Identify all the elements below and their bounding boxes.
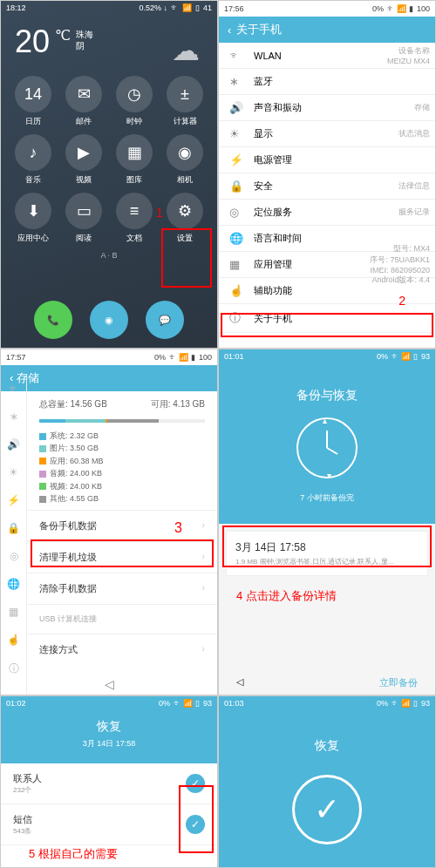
header-storage: ‹ 存储 — [1, 365, 217, 391]
display-icon[interactable]: ☀ — [9, 466, 18, 478]
backup-now-button[interactable]: 立即备份 — [379, 676, 418, 689]
header-about: ‹关于手机 — [219, 17, 435, 43]
back-icon[interactable]: ‹ — [228, 24, 231, 37]
checkmark-icon: ✓ — [292, 775, 362, 844]
highlight-box-backup-item — [222, 526, 432, 567]
annotation-4: 4 点击进入备份详情 — [219, 583, 435, 609]
storage-action[interactable]: 清除手机数据› — [27, 573, 217, 604]
app-日历[interactable]: 14日历 — [11, 76, 55, 127]
settings-row[interactable]: 🔊声音和振动存储 — [219, 95, 435, 121]
dock: 📞 ◉ 💬 — [1, 301, 217, 339]
bluetooth-icon[interactable]: ∗ — [10, 410, 18, 423]
annotation-5: 5 根据自己的需要 — [29, 846, 118, 862]
status-bar: 18:12 0.52% ↓ᯤ📶▯41 — [1, 1, 217, 15]
app-文档[interactable]: ≡文档 — [112, 193, 156, 244]
highlight-box-backup — [31, 539, 214, 567]
app-音乐[interactable]: ♪音乐 — [11, 134, 55, 186]
settings-row[interactable]: ⚡电源管理 — [219, 147, 435, 173]
sound-icon[interactable]: 🔊 — [7, 438, 20, 451]
restore-date: 3月 14日 17:58 — [1, 738, 217, 749]
nav-back[interactable]: ◁ — [236, 676, 243, 689]
messages-icon[interactable]: 💬 — [146, 301, 184, 339]
connection-row[interactable]: 连接方式› — [27, 634, 217, 665]
settings-row[interactable]: ᯤWLAN设备名称MEIZU MX4 — [219, 43, 435, 69]
backup-status: 7 小时前备份完 — [219, 492, 435, 504]
cloud-icon: ☁ — [172, 34, 200, 67]
access-icon[interactable]: ☝ — [7, 634, 20, 646]
annotation-3: 3 — [174, 520, 182, 536]
globe-icon[interactable]: 🌐 — [7, 578, 20, 590]
app-应用中心[interactable]: ⬇应用中心 — [11, 193, 55, 244]
annotation-2: 2 — [399, 294, 405, 308]
highlight-box-checkboxes — [179, 785, 214, 853]
restore-done: 01:030%ᯤ 📶 ▯93 恢复 ✓ — [218, 695, 436, 868]
apps-icon[interactable]: ▦ — [9, 606, 18, 618]
settings-row[interactable]: ∗蓝牙 — [219, 69, 435, 95]
app-时钟[interactable]: ◷时钟 — [112, 76, 156, 127]
power-icon[interactable]: ⚡ — [7, 494, 20, 506]
restore-done-title: 恢复 — [219, 710, 435, 754]
settings-sidebar: ᯤ∗🔊☀⚡🔒◎🌐▦☝ⓘ — [1, 374, 27, 695]
restore-checklist: 01:020%ᯤ 📶 ▯93 恢复 3月 14日 17:58 联系人232个✓短… — [0, 695, 218, 868]
backup-restore-screen: 01:010%ᯤ 📶 ▯93 备份与恢复 ▴ ▾ 7 小时前备份完 3月 14日… — [218, 349, 436, 695]
home-screen: 18:12 0.52% ↓ᯤ📶▯41 20℃ 珠海阴 ☁ 14日历✉邮件◷时钟±… — [0, 0, 218, 349]
location-icon[interactable]: ◎ — [10, 550, 18, 562]
wifi-icon: ᯤ — [171, 3, 179, 12]
phone-icon[interactable]: 📞 — [34, 301, 72, 339]
browser-icon[interactable]: ◉ — [90, 301, 128, 339]
settings-row[interactable]: ◎定位服务服务记录 — [219, 200, 435, 226]
wifi-icon[interactable]: ᯤ — [9, 383, 19, 395]
annotation-1: 1 — [156, 206, 163, 220]
app-图库[interactable]: ▦图库 — [112, 134, 156, 186]
settings-row[interactable]: ▦应用管理型号: MX4序号: 75UABKK1IMEI: 862095020A… — [219, 252, 435, 278]
settings-list: 17:560%ᯤ 📶 ▮100 ‹关于手机 ᯤWLAN设备名称MEIZU MX4… — [218, 0, 436, 349]
app-视频[interactable]: ▶视频 — [62, 134, 106, 186]
app-阅读[interactable]: ▭阅读 — [62, 193, 106, 244]
nav-back-triangle[interactable]: ◁ — [1, 674, 217, 695]
highlight-box-about — [221, 313, 433, 337]
app-邮件[interactable]: ✉邮件 — [62, 76, 106, 127]
highlight-box-settings — [161, 228, 212, 288]
storage-action[interactable]: 备份手机数据› — [27, 510, 217, 541]
usb-label: USB 计算机连接 — [27, 604, 217, 634]
backup-title: 备份与恢复 — [219, 363, 435, 403]
restore-title: 恢复 — [1, 719, 217, 735]
lock-icon[interactable]: 🔒 — [7, 522, 20, 534]
settings-row[interactable]: ☀显示状态消息 — [219, 121, 435, 147]
clock-icon: ▴ ▾ — [296, 417, 358, 478]
app-计算器[interactable]: ±计算器 — [163, 76, 207, 127]
app-相机[interactable]: ◉相机 — [163, 134, 207, 186]
storage-screen: 17:570%ᯤ 📶 ▮100 ‹ 存储 ᯤ∗🔊☀⚡🔒◎🌐▦☝ⓘ 总容量: 14… — [0, 349, 218, 695]
settings-row[interactable]: 🔒安全法律信息 — [219, 173, 435, 200]
